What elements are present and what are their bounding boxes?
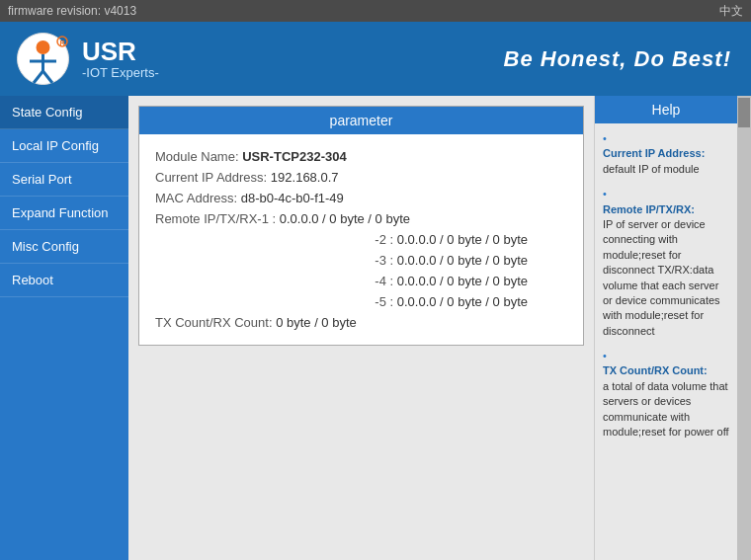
slogan: Be Honest, Do Best! [504, 46, 731, 72]
sidebar-item-serial-port[interactable]: Serial Port [0, 163, 128, 197]
sidebar-item-reboot[interactable]: Reboot [0, 264, 128, 297]
param-value-mac: d8-b0-4c-b0-f1-49 [241, 191, 344, 205]
sidebar-item-expand-function[interactable]: Expand Function [0, 197, 128, 230]
firmware-label: firmware revision: [8, 4, 101, 18]
firmware-version: v4013 [104, 4, 136, 18]
help-item-current-ip-text: default IP of module [603, 163, 700, 175]
header: R USR -IOT Experts- Be Honest, Do Best! [0, 22, 751, 96]
param-value-module-name: USR-TCP232-304 [242, 149, 347, 164]
param-value-remote-2: 0.0.0.0 / 0 byte / 0 byte [397, 232, 528, 247]
help-panel: Help Current IP Address: default IP of m… [594, 96, 737, 560]
param-label-remote-3: -3 : [375, 253, 393, 268]
language-selector[interactable]: 中文 [719, 3, 743, 20]
sidebar-item-state-config[interactable]: State Config [0, 96, 128, 129]
sidebar-item-local-ip-config[interactable]: Local IP Config [0, 129, 128, 163]
param-label-remote-1: Remote IP/TX/RX-1 : [155, 211, 276, 226]
firmware-info: firmware revision: v4013 [8, 4, 136, 18]
param-table-header: parameter [139, 107, 583, 134]
sidebar: State Config Local IP Config Serial Port… [0, 96, 128, 560]
content-area: parameter Module Name: USR-TCP232-304 Cu… [128, 96, 594, 560]
logo-icon: R [16, 32, 70, 86]
sidebar-item-misc-config[interactable]: Misc Config [0, 230, 128, 264]
param-label-remote-2: -2 : [375, 232, 393, 247]
help-item-txrx-count-title: TX Count/RX Count: [603, 363, 729, 378]
param-label-mac: MAC Address: [155, 191, 237, 205]
scrollbar[interactable] [737, 96, 751, 560]
param-label-txrx: TX Count/RX Count: [155, 315, 273, 330]
param-value-remote-5: 0.0.0.0 / 0 byte / 0 byte [397, 294, 528, 309]
brand-tagline: -IOT Experts- [82, 65, 159, 80]
param-row-mac: MAC Address: d8-b0-4c-b0-f1-49 [155, 188, 567, 208]
param-row-remote-5: -5 : 0.0.0.0 / 0 byte / 0 byte [155, 291, 567, 312]
help-item-txrx-count: TX Count/RX Count: a total of data volum… [603, 349, 729, 440]
param-value-remote-4: 0.0.0.0 / 0 byte / 0 byte [397, 274, 528, 288]
param-value-remote-3: 0.0.0.0 / 0 byte / 0 byte [397, 253, 528, 268]
brand-text: USR -IOT Experts- [82, 38, 159, 81]
param-label-remote-5: -5 : [375, 294, 393, 309]
help-item-remote-ip-title: Remote IP/TX/RX: [603, 202, 729, 217]
param-table-body: Module Name: USR-TCP232-304 Current IP A… [139, 134, 583, 345]
logo-container: R USR -IOT Experts- [16, 32, 159, 86]
help-item-current-ip-title: Current IP Address: [603, 146, 729, 161]
param-row-txrx: TX Count/RX Count: 0 byte / 0 byte [155, 312, 567, 333]
param-value-ip: 192.168.0.7 [271, 170, 339, 185]
param-row-module-name: Module Name: USR-TCP232-304 [155, 146, 567, 167]
param-row-remote-3: -3 : 0.0.0.0 / 0 byte / 0 byte [155, 250, 567, 271]
param-row-ip: Current IP Address: 192.168.0.7 [155, 167, 567, 188]
param-label-module-name: Module Name: [155, 149, 239, 164]
main-layout: State Config Local IP Config Serial Port… [0, 96, 751, 560]
svg-text:R: R [60, 40, 65, 46]
svg-point-1 [37, 40, 50, 54]
param-row-remote-1: Remote IP/TX/RX-1 : 0.0.0.0 / 0 byte / 0… [155, 208, 567, 229]
param-value-remote-1: 0.0.0.0 / 0 byte / 0 byte [280, 211, 410, 226]
param-label-remote-4: -4 : [375, 274, 393, 288]
param-row-remote-2: -2 : 0.0.0.0 / 0 byte / 0 byte [155, 229, 567, 250]
param-label-ip: Current IP Address: [155, 170, 267, 185]
help-item-txrx-count-text: a total of data volume that servers or d… [603, 380, 729, 438]
scrollbar-thumb[interactable] [738, 98, 750, 127]
help-body: Current IP Address: default IP of module… [595, 123, 737, 457]
help-item-remote-ip: Remote IP/TX/RX: IP of server or device … [603, 187, 729, 339]
parameter-table: parameter Module Name: USR-TCP232-304 Cu… [138, 106, 584, 346]
top-bar: firmware revision: v4013 中文 [0, 0, 751, 22]
param-value-txrx: 0 byte / 0 byte [276, 315, 357, 330]
help-item-current-ip: Current IP Address: default IP of module [603, 131, 729, 177]
help-item-remote-ip-text: IP of server or device connecting with m… [603, 218, 720, 337]
param-row-remote-4: -4 : 0.0.0.0 / 0 byte / 0 byte [155, 271, 567, 291]
brand-name: USR [82, 38, 159, 66]
help-header: Help [595, 96, 737, 123]
